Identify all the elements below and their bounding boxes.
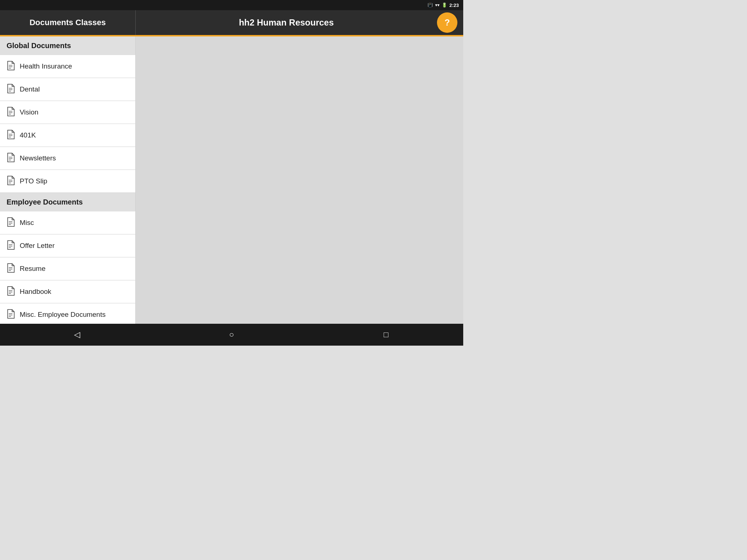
bottom-nav: ◁ ○ □ [0, 324, 463, 346]
list-item-handbook[interactable]: Handbook [0, 280, 135, 303]
list-item-resume[interactable]: Resume [0, 257, 135, 280]
list-item-label-vision: Vision [20, 108, 38, 116]
list-item-label-pto-slip: PTO Slip [20, 177, 47, 185]
header-main-title: hh2 Human Resources [136, 18, 437, 28]
vibrate-icon: 📳 [427, 3, 433, 8]
right-panel [136, 36, 463, 324]
list-item-401k[interactable]: 401K [0, 124, 135, 147]
battery-icon: 🔋 [442, 3, 447, 8]
list-item-vision[interactable]: Vision [0, 101, 135, 124]
list-item-label-resume: Resume [20, 265, 46, 273]
back-button[interactable]: ◁ [66, 324, 88, 346]
document-icon-vision [7, 107, 15, 118]
list-item-misc[interactable]: Misc [0, 211, 135, 234]
list-item-label-newsletters: Newsletters [20, 154, 56, 162]
document-icon-misc-employee-documents [7, 309, 15, 320]
list-item-dental[interactable]: Dental [0, 78, 135, 101]
list-item-health-insurance[interactable]: Health Insurance [0, 55, 135, 78]
recent-button[interactable]: □ [375, 324, 397, 346]
wifi-icon: ▾▾ [435, 3, 440, 8]
document-icon-pto-slip [7, 176, 15, 187]
list-item-label-401k: 401K [20, 131, 36, 139]
list-item-newsletters[interactable]: Newsletters [0, 147, 135, 170]
document-icon-resume [7, 263, 15, 274]
list-item-label-offer-letter: Offer Letter [20, 242, 55, 250]
document-icon-offer-letter [7, 240, 15, 251]
section-header-employee-documents: Employee Documents [0, 193, 135, 211]
list-item-misc-employee-documents[interactable]: Misc. Employee Documents [0, 303, 135, 324]
document-icon-dental [7, 84, 15, 95]
help-button[interactable]: ? [437, 12, 457, 33]
sidebar: Global Documents Health Insurance Dental [0, 36, 136, 324]
list-item-label-dental: Dental [20, 85, 40, 93]
status-icons: 📳 ▾▾ 🔋 2:23 [427, 3, 459, 8]
main-content: Global Documents Health Insurance Dental [0, 36, 463, 324]
list-item-label-misc-employee-documents: Misc. Employee Documents [20, 311, 105, 319]
list-item-offer-letter[interactable]: Offer Letter [0, 234, 135, 257]
section-header-global-documents: Global Documents [0, 36, 135, 55]
list-item-pto-slip[interactable]: PTO Slip [0, 170, 135, 193]
home-button[interactable]: ○ [221, 324, 243, 346]
list-item-label-health-insurance: Health Insurance [20, 62, 72, 70]
status-bar: 📳 ▾▾ 🔋 2:23 [0, 0, 463, 10]
list-item-label-handbook: Handbook [20, 288, 51, 296]
document-icon-handbook [7, 286, 15, 297]
document-icon-401k [7, 130, 15, 141]
document-icon-newsletters [7, 153, 15, 164]
app-header: Documents Classes hh2 Human Resources ? [0, 10, 463, 36]
sidebar-title: Documents Classes [0, 10, 136, 35]
list-item-label-misc: Misc [20, 219, 34, 227]
document-icon-misc [7, 217, 15, 228]
document-icon-health-insurance [7, 61, 15, 72]
status-time: 2:23 [449, 3, 459, 8]
